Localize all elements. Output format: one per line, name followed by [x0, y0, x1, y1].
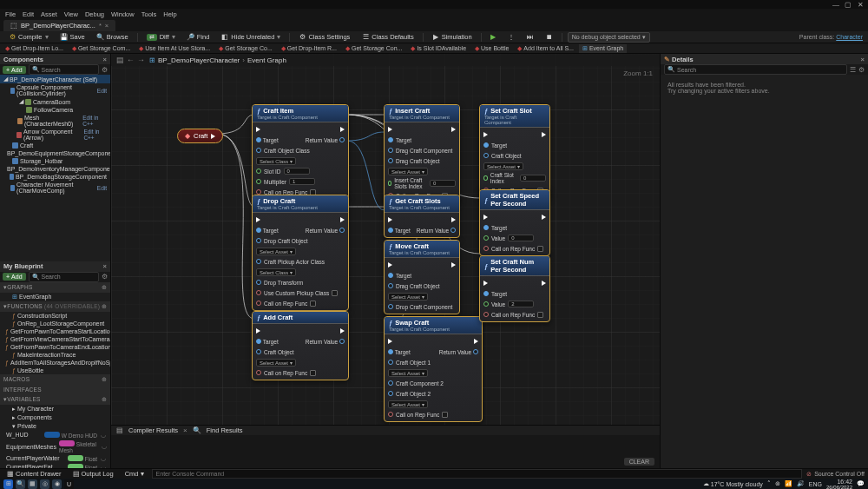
pin-mult[interactable] [256, 179, 261, 184]
pin-target[interactable] [256, 137, 261, 142]
pin-rep[interactable] [483, 312, 489, 317]
asset-selector[interactable]: Select Asset ▾ [388, 400, 428, 408]
nav-back[interactable]: ← [127, 56, 135, 64]
pin-target[interactable] [388, 349, 393, 354]
pin-return[interactable] [339, 228, 345, 233]
component-item[interactable]: Storage_Hotbar [0, 157, 110, 165]
function-item[interactable]: ƒGetFromPawnToCameraStartLocations [0, 327, 110, 335]
graph-item[interactable]: ⊞EventGraph [0, 293, 110, 301]
tray-volume-icon[interactable]: 🔊 [797, 480, 805, 487]
pin-comp[interactable] [388, 148, 393, 153]
node-craft-item[interactable]: ƒCraft ItemTarget is Craft Component Tar… [252, 104, 349, 200]
settings-icon[interactable]: ⚙ [102, 66, 108, 74]
component-item[interactable]: FollowCamera [0, 106, 110, 114]
exec-pin-in[interactable] [388, 339, 392, 344]
parent-class-link[interactable]: Character [836, 34, 863, 40]
add-icon[interactable]: ⊕ [102, 396, 107, 403]
mult-input[interactable]: 1 [289, 178, 315, 185]
value-input[interactable]: 2 [508, 301, 534, 307]
add-icon[interactable]: ⊕ [102, 376, 107, 383]
close-icon[interactable]: × [183, 426, 187, 434]
menu-help[interactable]: Help [163, 10, 176, 18]
node-insert-craft[interactable]: ƒInsert CraftTarget is Craft Component T… [384, 104, 460, 203]
browse-button[interactable]: 🔍Browse [94, 32, 132, 42]
pin-pickup[interactable] [256, 259, 261, 264]
pin-obj[interactable] [256, 349, 261, 354]
settings-icon[interactable]: ⚙ [858, 66, 865, 74]
close-icon[interactable]: × [861, 56, 865, 63]
pin-target[interactable] [388, 137, 393, 142]
start-button[interactable]: ⊞ [3, 479, 13, 489]
exec-pin-out[interactable] [542, 281, 546, 286]
asset-selector[interactable]: Select Asset ▾ [483, 162, 523, 170]
pin-value[interactable] [483, 301, 489, 307]
breadcrumb-blueprint[interactable]: BP_DemoPlayerCharacter [158, 56, 240, 64]
fn-shortcut[interactable]: ◆Get Drop-Item Lo... [2, 44, 67, 53]
pin-target[interactable] [483, 225, 489, 230]
console-command-input[interactable] [152, 469, 803, 479]
tray-chevron[interactable]: ˄ [767, 480, 771, 487]
fn-shortcut[interactable]: ◆Get Storage Com... [69, 44, 134, 53]
asset-selector[interactable]: Select Asset ▾ [256, 248, 296, 255]
pin-value[interactable] [483, 235, 489, 241]
pin-obj[interactable] [256, 238, 261, 243]
pin-obj1[interactable] [388, 360, 393, 365]
pin-target[interactable] [256, 339, 261, 344]
exec-pin-out[interactable] [340, 217, 345, 222]
menu-edit[interactable]: Edit [23, 10, 34, 18]
graph-drawer-icon[interactable]: ▤ [116, 56, 124, 64]
pin-comp2[interactable] [388, 380, 393, 386]
component-item[interactable]: ◢CameraBoom [0, 97, 110, 106]
idx-input[interactable]: 0 [430, 180, 456, 187]
cmd-dropdown[interactable]: Cmd ▾ [122, 469, 148, 479]
myblueprint-search[interactable]: 🔍Search [29, 272, 99, 282]
checkbox[interactable] [537, 312, 543, 318]
node-set-craft-speed[interactable]: ƒSet Craft Speed Per Second Target Value… [479, 189, 550, 256]
menu-debug[interactable]: Debug [85, 10, 104, 18]
event-graph-canvas[interactable]: ▤ ← → ⊞ BP_DemoPlayerCharacter › Event G… [111, 54, 660, 468]
pin-obj[interactable] [483, 153, 489, 158]
function-item[interactable]: ƒAddItemToAllStoragesAndDropIfNoSpace [0, 359, 110, 367]
asset-selector[interactable]: Select Asset ▾ [388, 369, 428, 377]
settings-icon[interactable]: ⚙ [102, 273, 108, 281]
add-component-button[interactable]: + Add [3, 66, 26, 74]
diff-button[interactable]: ⇄Diff▾ [143, 32, 179, 42]
menu-tools[interactable]: Tools [141, 10, 157, 18]
pin-return[interactable] [473, 349, 478, 354]
exec-pin-out[interactable] [451, 262, 456, 268]
tray-wifi-icon[interactable]: 📶 [785, 480, 792, 487]
fn-shortcut[interactable]: ◆Get Storage Co... [215, 44, 275, 53]
pin-return[interactable] [450, 228, 456, 233]
event-node-craft[interactable]: ◆ Craft [177, 129, 223, 143]
debug-object-select[interactable]: No debug object selected ▾ [568, 32, 650, 43]
close-icon[interactable]: × [103, 262, 107, 270]
add-icon[interactable]: ⊕ [102, 284, 107, 291]
exec-pin-in[interactable] [388, 217, 392, 222]
weather-widget[interactable]: ☁ 17°C Mostly cloudy [703, 480, 763, 487]
exec-pin-in[interactable] [388, 262, 392, 268]
variable-item[interactable]: CurrentPlayerEat Float◡ [0, 463, 110, 469]
fn-shortcut[interactable]: ◆Add Item to All S... [514, 44, 577, 53]
tray-network-icon[interactable]: ⊚ [775, 480, 780, 487]
breadcrumb-graph[interactable]: Event Graph [247, 56, 286, 64]
variable-group[interactable]: ▸ My Character [0, 405, 110, 413]
node-get-craft-slots[interactable]: ƒGet Craft SlotsTarget is Craft Componen… [384, 195, 460, 238]
section-functions[interactable]: ▾ FUNCTIONS(44 OVERRIDABLE)⊕ [0, 301, 110, 312]
component-item[interactable]: BP_DemoEquipmentStorageComponent [0, 149, 110, 157]
pin-rep[interactable] [388, 412, 393, 417]
visibility-toggle[interactable]: ◡ [100, 455, 107, 462]
pin-target[interactable] [388, 228, 393, 233]
exec-pin-out[interactable] [340, 328, 345, 334]
compile-button[interactable]: ⚙Compile▾ [5, 32, 52, 42]
play-button[interactable]: ▶ [487, 32, 499, 42]
fn-shortcut[interactable]: ◆Is Slot IDAvailable [407, 44, 470, 53]
variable-item[interactable]: W_HUD W Demo HUD◡ [0, 431, 110, 439]
add-icon[interactable]: ⊕ [102, 303, 107, 310]
class-selector[interactable]: Select Class ▾ [256, 268, 296, 276]
asset-selector[interactable]: Select Asset ▾ [388, 293, 428, 301]
section-graphs[interactable]: ▾ GRAPHS⊕ [0, 282, 110, 293]
fn-shortcut[interactable]: ◆Use Item At Use Stora... [135, 44, 214, 53]
exec-pin-in[interactable] [256, 328, 260, 334]
visibility-toggle[interactable]: ◡ [100, 432, 107, 439]
idx-input[interactable]: 0 [520, 175, 546, 182]
